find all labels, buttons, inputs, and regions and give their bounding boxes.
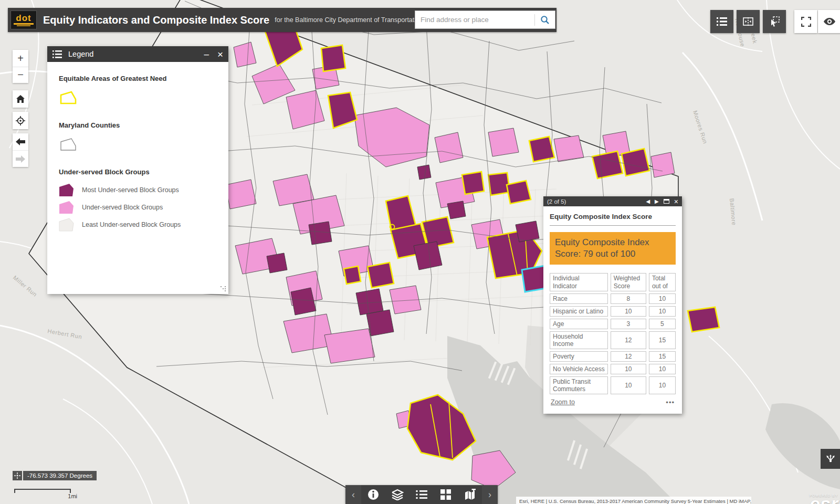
indicator-table: Individual Indicator Weighted Score Tota…	[547, 271, 678, 396]
column-header: Weighted Score	[611, 273, 646, 291]
forward-arrow-icon	[16, 155, 25, 163]
basemap-widget-button[interactable]	[458, 485, 482, 504]
table-row: Age35	[550, 319, 676, 329]
page-subtitle: for the Baltimore City Department of Tra…	[275, 16, 423, 24]
close-icon[interactable]: ×	[674, 198, 678, 205]
legend-item-label: Most Under-served Block Groups	[82, 186, 179, 194]
legend-body: Equitable Areas of Greatest Need Marylan…	[47, 62, 228, 232]
dot-logo: dot	[10, 10, 37, 29]
toolbar-prev-button[interactable]: ‹	[345, 485, 361, 504]
fullscreen-icon	[801, 17, 811, 27]
legend-item: Least Under-served Block Groups	[59, 218, 228, 232]
legend-list-icon	[416, 490, 427, 499]
search-button[interactable]	[535, 11, 555, 28]
resize-handle[interactable]	[220, 286, 226, 291]
column-header: Individual Indicator	[550, 273, 608, 291]
previous-feature-button[interactable]: ◀	[646, 199, 650, 204]
table-row: Race810	[550, 293, 676, 304]
legend-item-label: Least Under-served Block Groups	[82, 221, 181, 228]
swipe-widget-button[interactable]	[737, 10, 760, 33]
least-underserved-swatch	[59, 218, 75, 232]
crosshair-icon	[14, 472, 20, 479]
next-feature-button[interactable]: ▶	[655, 199, 659, 204]
swipe-icon	[743, 17, 753, 26]
popup-pager: (2 of 5)	[547, 198, 566, 205]
layers-widget-button[interactable]	[385, 485, 410, 504]
zoom-to-link[interactable]: Zoom to	[551, 398, 575, 406]
visibility-button[interactable]	[818, 10, 840, 33]
locate-icon	[16, 116, 25, 125]
grid-icon	[440, 489, 451, 500]
fullscreen-button[interactable]	[794, 10, 817, 33]
table-row: No Vehicle Access1010	[550, 364, 676, 374]
legend-section-heading: Equitable Areas of Greatest Need	[59, 75, 228, 82]
scale-bar: 1mi	[14, 489, 71, 493]
legend-titlebar[interactable]: Legend – ×	[47, 46, 228, 62]
popup-title: Equity Composite Index Score	[550, 213, 676, 226]
info-icon	[368, 489, 379, 500]
feature-popup: (2 of 5) ◀ ▶ × Equity Composite Index Sc…	[543, 196, 682, 414]
search-input[interactable]	[415, 16, 534, 24]
esri-logo: POWERED BY esri	[810, 494, 840, 504]
popup-header[interactable]: (2 of 5) ◀ ▶ ×	[543, 196, 682, 206]
logo-text: dot	[16, 14, 31, 22]
select-pointer-icon	[769, 16, 780, 27]
legend-widget-button[interactable]	[410, 485, 434, 504]
previous-extent-button[interactable]	[13, 133, 28, 150]
map-attribution: Esri, HERE | U.S. Census Bureau, 2013-20…	[516, 497, 751, 504]
back-arrow-icon	[16, 138, 25, 145]
popup-footer: Zoom to •••	[550, 396, 676, 410]
zoom-in-button[interactable]: +	[13, 50, 28, 67]
table-row: Public Transit Commuters1010	[550, 376, 676, 394]
apps-widget-button[interactable]	[434, 485, 458, 504]
popup-body: Equity Composite Index Score Equity Comp…	[543, 206, 682, 414]
app-header: dot Equity Indicators and Composite Inde…	[8, 8, 556, 32]
table-row: Household Income1215	[550, 331, 676, 349]
locate-button[interactable]	[13, 112, 28, 129]
legend-item: Most Under-served Block Groups	[59, 183, 228, 197]
zoom-control: + −	[13, 50, 28, 83]
maximize-icon[interactable]	[664, 199, 669, 204]
share-button[interactable]	[821, 449, 840, 469]
legend-list-icon	[52, 50, 62, 58]
legend-item-label: Under-served Block Groups	[82, 204, 163, 211]
page-title: Equity Indicators and Composite Index Sc…	[43, 14, 269, 26]
legend-widget-button[interactable]	[710, 10, 733, 33]
toolbar-next-button[interactable]: ›	[482, 485, 498, 504]
table-row: Hispanic or Latino1010	[550, 306, 676, 317]
score-banner: Equity Composite Index Score: 79 out of …	[550, 232, 676, 265]
zoom-out-button[interactable]: −	[13, 67, 28, 83]
table-row: Poverty1215	[550, 351, 676, 362]
logo-bar	[14, 23, 34, 25]
home-button[interactable]	[13, 90, 28, 108]
legend-section-heading: Under-served Block Groups	[59, 168, 228, 176]
search-box	[415, 10, 555, 29]
legend-section-heading: Maryland Counties	[59, 121, 228, 129]
minimize-button[interactable]: –	[204, 50, 208, 59]
search-icon	[540, 15, 550, 25]
coordinate-widget: -76.573 39.357 Degrees	[13, 471, 97, 480]
coordinate-crosshair-button[interactable]	[13, 471, 22, 480]
eye-icon	[823, 17, 836, 26]
next-extent-button[interactable]	[13, 150, 28, 167]
legend-item: Under-served Block Groups	[59, 201, 228, 214]
more-options-icon[interactable]: •••	[666, 398, 675, 406]
greatest-need-swatch	[59, 90, 228, 108]
scale-label: 1mi	[68, 493, 77, 499]
legend-panel: Legend – × Equitable Areas of Greatest N…	[47, 46, 228, 294]
close-icon[interactable]: ×	[217, 49, 223, 59]
map-nav-controls: + −	[13, 50, 28, 167]
coordinates-readout: -76.573 39.357 Degrees	[23, 471, 97, 480]
underserved-swatch	[59, 201, 75, 214]
maryland-counties-swatch	[59, 136, 228, 154]
widget-toolbar: ‹ ›	[345, 485, 498, 504]
select-widget-button[interactable]	[763, 10, 786, 33]
info-widget-button[interactable]	[361, 485, 385, 504]
legend-list-icon	[717, 17, 727, 26]
logo-bar	[17, 25, 30, 26]
legend-title: Legend	[68, 50, 93, 58]
share-icon	[825, 454, 836, 464]
layers-icon	[391, 489, 404, 500]
column-header: Total out of	[649, 273, 676, 291]
most-underserved-swatch	[59, 183, 75, 197]
